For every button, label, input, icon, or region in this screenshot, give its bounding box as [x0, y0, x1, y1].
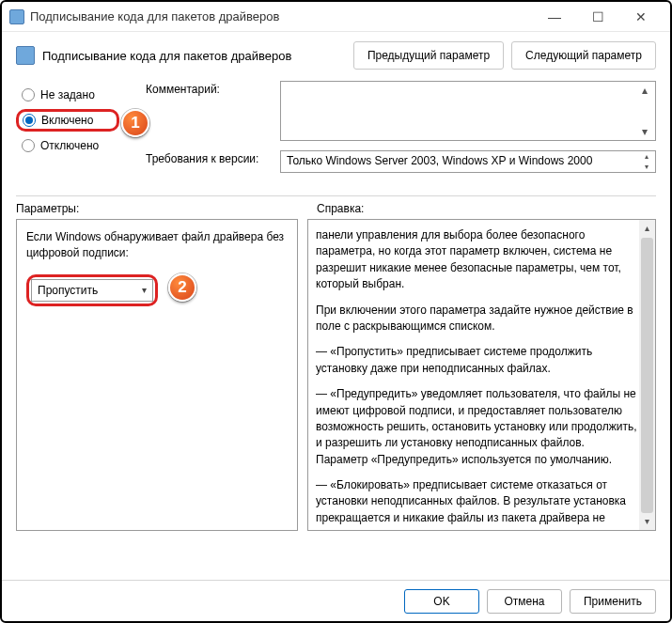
radio-icon — [23, 114, 36, 127]
scroll-down-icon[interactable]: ▾ — [642, 125, 653, 138]
help-text: — «Блокировать» предписывает системе отк… — [316, 477, 638, 526]
options-prompt: Если Windows обнаруживает файл драйвера … — [26, 229, 288, 261]
radio-label: Отключено — [40, 139, 99, 152]
options-panel: Если Windows обнаруживает файл драйвера … — [16, 219, 298, 531]
help-text: При включении этого параметра задайте ну… — [316, 303, 638, 335]
page-title: Подписывание кода для пакетов драйверов — [42, 49, 346, 63]
radio-icon — [22, 139, 35, 152]
annotation-badge-2: 2 — [168, 273, 196, 302]
minimize-button[interactable]: — — [533, 4, 576, 30]
apply-button[interactable]: Применить — [570, 589, 656, 614]
help-text: панели управления для выбора более безоп… — [316, 227, 638, 293]
policy-icon — [16, 46, 35, 65]
next-setting-button[interactable]: Следующий параметр — [511, 41, 656, 70]
radio-enabled[interactable]: Включено — [16, 109, 119, 132]
spin-down-icon[interactable]: ▾ — [645, 163, 649, 171]
radio-label: Не задано — [40, 88, 95, 101]
cancel-button[interactable]: Отмена — [487, 589, 562, 614]
dropdown-highlight: Пропустить ▾ 2 — [26, 274, 158, 306]
annotation-badge-1: 1 — [121, 109, 149, 137]
help-scrollbar[interactable]: ▴ ▾ — [639, 220, 655, 530]
help-panel: панели управления для выбора более безоп… — [307, 219, 656, 531]
chevron-down-icon: ▾ — [142, 285, 147, 295]
titlebar: Подписывание кода для пакетов драйверов … — [2, 2, 670, 32]
scroll-up-icon[interactable]: ▴ — [645, 222, 649, 236]
radio-disabled[interactable]: Отключено — [16, 135, 119, 156]
window-title: Подписывание кода для пакетов драйверов — [30, 9, 533, 23]
maximize-button[interactable]: ☐ — [576, 4, 619, 30]
spin-up-icon[interactable]: ▴ — [645, 152, 649, 161]
dropdown-selected: Пропустить — [38, 284, 98, 297]
comment-label: Комментарий: — [146, 81, 273, 96]
comment-textarea[interactable]: ▴ ▾ — [280, 81, 656, 141]
scroll-down-icon[interactable]: ▾ — [645, 515, 649, 529]
help-text: — «Пропустить» предписывает системе прод… — [316, 344, 638, 377]
header: Подписывание кода для пакетов драйверов … — [2, 32, 670, 77]
ok-button[interactable]: OK — [404, 589, 479, 614]
requirements-label: Требования к версии: — [146, 150, 273, 165]
separator — [16, 195, 656, 196]
parameters-label: Параметры: — [16, 202, 298, 215]
help-text: — «Предупредить» уведомляет пользователя… — [316, 386, 638, 468]
previous-setting-button[interactable]: Предыдущий параметр — [353, 41, 504, 70]
requirements-field[interactable]: Только Windows Server 2003, Windows XP и… — [280, 150, 656, 173]
footer: OK Отмена Применить — [2, 580, 670, 621]
requirements-text: Только Windows Server 2003, Windows XP и… — [287, 154, 592, 167]
signing-action-dropdown[interactable]: Пропустить ▾ — [31, 279, 153, 302]
scroll-up-icon[interactable]: ▴ — [642, 84, 653, 97]
app-icon — [9, 9, 24, 24]
radio-label: Включено — [41, 114, 93, 127]
radio-icon — [22, 88, 35, 101]
scroll-thumb[interactable] — [641, 238, 653, 513]
state-radio-group: Не задано Включено 1 Отключено — [16, 81, 119, 156]
radio-not-configured[interactable]: Не задано — [16, 85, 119, 105]
close-button[interactable]: ✕ — [619, 4, 663, 30]
help-label: Справка: — [317, 202, 656, 215]
